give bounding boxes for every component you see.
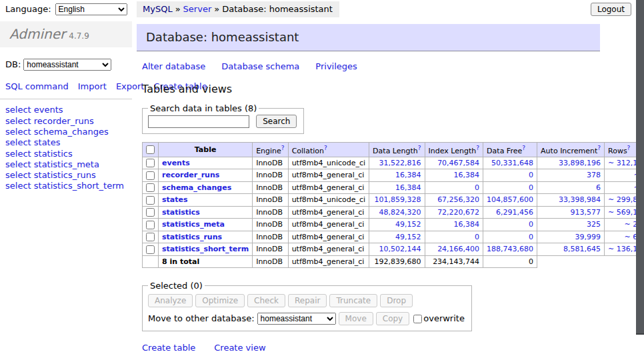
breadcrumb-link-mysql[interactable]: MySQL bbox=[143, 4, 173, 14]
sidebar-link[interactable]: Import bbox=[78, 81, 107, 91]
column-help-link[interactable]: ? bbox=[418, 145, 421, 151]
create-link[interactable]: Create table bbox=[142, 343, 195, 353]
drop-button[interactable]: Drop bbox=[380, 294, 413, 307]
db-select[interactable]: homeassistant bbox=[23, 59, 111, 71]
index-length-link[interactable]: 0 bbox=[475, 183, 479, 192]
table-link[interactable]: statistics_short_term bbox=[162, 245, 249, 253]
app-title[interactable]: Adminer bbox=[9, 26, 65, 42]
select-all-checkbox[interactable] bbox=[146, 145, 155, 154]
index-length-link[interactable]: 24,166,400 bbox=[437, 245, 479, 253]
database-action-link[interactable]: Alter database bbox=[142, 61, 205, 71]
scrollbar[interactable] bbox=[636, 0, 644, 362]
index-length-link[interactable]: 72,220,672 bbox=[437, 208, 479, 217]
index-length-link[interactable]: 70,467,584 bbox=[437, 159, 479, 167]
repair-button[interactable]: Repair bbox=[288, 294, 327, 307]
index-length-link[interactable]: 0 bbox=[475, 233, 479, 241]
table-link[interactable]: statistics bbox=[162, 208, 200, 217]
copy-button[interactable]: Copy bbox=[376, 312, 409, 325]
sidebar-select-link[interactable]: select statistics_short_term bbox=[5, 181, 132, 191]
auto-increment-link[interactable]: 325 bbox=[587, 220, 601, 229]
column-help-link[interactable]: ? bbox=[627, 145, 631, 151]
sidebar-select-link[interactable]: select states bbox=[5, 137, 132, 147]
data-free-link[interactable]: 6,291,456 bbox=[496, 208, 533, 217]
truncate-button[interactable]: Truncate bbox=[329, 294, 377, 307]
data-length-link[interactable]: 31,522,816 bbox=[379, 159, 421, 167]
data-length-link[interactable]: 10,502,144 bbox=[379, 245, 421, 253]
sidebar-link[interactable]: SQL command bbox=[5, 81, 69, 91]
table-link[interactable]: events bbox=[162, 159, 190, 167]
auto-increment-link[interactable]: 913,577 bbox=[571, 208, 601, 217]
auto-increment-link[interactable]: 33,398,984 bbox=[559, 195, 601, 204]
database-actions: Alter databaseDatabase schemaPrivileges bbox=[142, 61, 600, 71]
data-length-link[interactable]: 49,152 bbox=[395, 233, 421, 241]
auto-increment-link[interactable]: 8,581,645 bbox=[563, 245, 601, 253]
check-button[interactable]: Check bbox=[247, 294, 285, 307]
logout-button[interactable]: Logout bbox=[591, 3, 631, 16]
index-length-link[interactable]: 16,384 bbox=[454, 220, 480, 229]
scrollbar-thumb[interactable] bbox=[636, 0, 644, 335]
header-checkbox-cell bbox=[143, 143, 159, 157]
overwrite-checkbox[interactable] bbox=[413, 315, 422, 323]
breadcrumb-link-server[interactable]: Server bbox=[183, 4, 212, 14]
search-input[interactable] bbox=[148, 115, 249, 128]
column-help-link[interactable]: ? bbox=[522, 145, 525, 151]
sidebar-select-link[interactable]: select events bbox=[5, 105, 132, 115]
data-length-link[interactable]: 49,152 bbox=[395, 220, 421, 229]
optimize-button[interactable]: Optimize bbox=[195, 294, 245, 307]
auto-increment-cell: 33,898,196 bbox=[537, 157, 605, 169]
index-length-link[interactable]: 67,256,320 bbox=[437, 195, 479, 204]
database-action-link[interactable]: Database schema bbox=[221, 61, 299, 71]
data-length-link[interactable]: 16,384 bbox=[395, 183, 421, 192]
index-length-link[interactable]: 16,384 bbox=[454, 171, 480, 179]
language-select[interactable]: English bbox=[55, 3, 127, 15]
column-help-link[interactable]: ? bbox=[281, 145, 285, 151]
analyze-button[interactable]: Analyze bbox=[148, 294, 193, 307]
data-free-link[interactable]: 0 bbox=[529, 183, 533, 192]
auto-increment-link[interactable]: 378 bbox=[587, 171, 601, 179]
column-help-link[interactable]: ? bbox=[324, 145, 327, 151]
table-link[interactable]: statistics_meta bbox=[162, 220, 225, 229]
data-free-link[interactable]: 50,331,648 bbox=[491, 159, 533, 167]
table-row: statistics_short_termInnoDButf8mb4_gener… bbox=[143, 243, 644, 256]
row-checkbox[interactable] bbox=[146, 196, 155, 205]
table-link[interactable]: statistics_runs bbox=[162, 233, 222, 241]
data-length-cell: 101,859,328 bbox=[369, 194, 425, 207]
row-checkbox[interactable] bbox=[146, 159, 155, 167]
table-name-cell: events bbox=[159, 157, 253, 169]
sidebar-select-link[interactable]: select schema_changes bbox=[5, 127, 132, 137]
data-length-link[interactable]: 101,859,328 bbox=[375, 195, 421, 204]
row-checkbox[interactable] bbox=[146, 183, 155, 192]
data-free-link[interactable]: 0 bbox=[529, 220, 533, 229]
move-button[interactable]: Move bbox=[339, 312, 373, 325]
index-length-cell: 72,220,672 bbox=[425, 206, 483, 219]
column-help-link[interactable]: ? bbox=[476, 145, 479, 151]
sidebar-select-link[interactable]: select recorder_runs bbox=[5, 116, 132, 126]
auto-increment-link[interactable]: 39,999 bbox=[575, 233, 601, 241]
data-free-link[interactable]: 188,743,680 bbox=[487, 245, 533, 253]
table-link[interactable]: schema_changes bbox=[162, 183, 231, 192]
app-version[interactable]: 4.7.9 bbox=[69, 31, 89, 41]
data-free-link[interactable]: 104,857,600 bbox=[487, 195, 533, 204]
data-free-link[interactable]: 0 bbox=[529, 233, 533, 241]
sidebar-select-link[interactable]: select statistics bbox=[5, 149, 132, 159]
table-link[interactable]: recorder_runs bbox=[162, 171, 219, 179]
data-length-link[interactable]: 16,384 bbox=[395, 171, 421, 179]
row-checkbox[interactable] bbox=[146, 208, 155, 217]
sidebar-select-link[interactable]: select statistics_meta bbox=[5, 159, 132, 169]
row-checkbox[interactable] bbox=[146, 233, 155, 241]
row-checkbox[interactable] bbox=[146, 171, 155, 180]
row-checkbox[interactable] bbox=[146, 245, 155, 254]
row-checkbox-cell bbox=[143, 243, 159, 256]
data-length-link[interactable]: 48,824,320 bbox=[379, 208, 421, 217]
auto-increment-link[interactable]: 6 bbox=[596, 183, 601, 192]
move-database-select[interactable]: homeassistant bbox=[257, 313, 336, 325]
create-link[interactable]: Create view bbox=[214, 343, 265, 353]
search-button[interactable]: Search bbox=[256, 115, 297, 128]
auto-increment-link[interactable]: 33,898,196 bbox=[559, 159, 601, 167]
row-checkbox[interactable] bbox=[146, 221, 155, 229]
database-action-link[interactable]: Privileges bbox=[315, 61, 357, 71]
table-link[interactable]: states bbox=[162, 195, 188, 204]
sidebar-select-link[interactable]: select statistics_runs bbox=[5, 170, 132, 180]
column-help-link[interactable]: ? bbox=[597, 145, 601, 151]
data-free-link[interactable]: 0 bbox=[529, 171, 533, 179]
